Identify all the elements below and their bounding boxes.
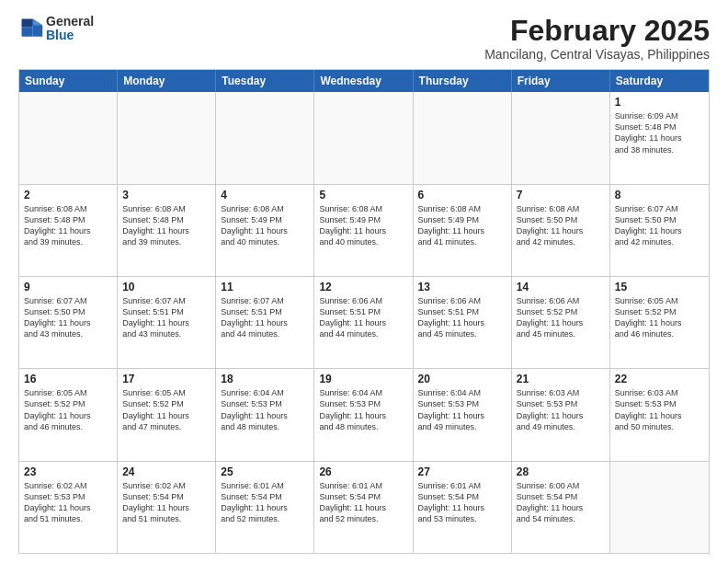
calendar-cell-w1-d5 <box>414 92 512 183</box>
header-wednesday: Wednesday <box>314 70 413 92</box>
svg-rect-2 <box>22 28 33 38</box>
calendar-cell-w2-d6: 7Sunrise: 6:08 AM Sunset: 5:50 PM Daylig… <box>512 185 610 276</box>
calendar-cell-w5-d4: 26Sunrise: 6:01 AM Sunset: 5:54 PM Dayli… <box>314 462 413 553</box>
header-sunday: Sunday <box>19 70 118 92</box>
day-info-22: Sunrise: 6:03 AM Sunset: 5:53 PM Dayligh… <box>615 387 704 432</box>
day-info-24: Sunrise: 6:02 AM Sunset: 5:54 PM Dayligh… <box>122 480 210 525</box>
day-number-13: 13 <box>418 281 506 293</box>
day-number-6: 6 <box>418 189 506 201</box>
logo-general-text: General <box>46 15 94 29</box>
day-info-28: Sunrise: 6:00 AM Sunset: 5:54 PM Dayligh… <box>517 480 605 525</box>
day-number-19: 19 <box>319 373 407 385</box>
calendar-header: Sunday Monday Tuesday Wednesday Thursday… <box>19 70 709 92</box>
day-info-3: Sunrise: 6:08 AM Sunset: 5:48 PM Dayligh… <box>122 203 210 248</box>
day-info-4: Sunrise: 6:08 AM Sunset: 5:49 PM Dayligh… <box>221 203 309 248</box>
day-info-7: Sunrise: 6:08 AM Sunset: 5:50 PM Dayligh… <box>517 203 605 248</box>
day-number-20: 20 <box>418 373 506 385</box>
logo-text: General Blue <box>46 15 94 43</box>
calendar-week-4: 16Sunrise: 6:05 AM Sunset: 5:52 PM Dayli… <box>19 368 709 460</box>
page: General Blue February 2025 Mancilang, Ce… <box>0 0 728 563</box>
calendar-body: 1Sunrise: 6:09 AM Sunset: 5:48 PM Daylig… <box>19 92 709 553</box>
day-number-1: 1 <box>615 96 704 109</box>
calendar-week-1: 1Sunrise: 6:09 AM Sunset: 5:48 PM Daylig… <box>19 92 709 183</box>
day-number-7: 7 <box>517 189 605 201</box>
day-number-11: 11 <box>221 281 309 293</box>
calendar-week-5: 23Sunrise: 6:02 AM Sunset: 5:53 PM Dayli… <box>19 461 709 553</box>
calendar-cell-w2-d1: 2Sunrise: 6:08 AM Sunset: 5:48 PM Daylig… <box>19 185 118 276</box>
day-info-25: Sunrise: 6:01 AM Sunset: 5:54 PM Dayligh… <box>221 480 309 525</box>
day-number-3: 3 <box>122 189 210 201</box>
header-monday: Monday <box>118 70 216 92</box>
day-number-23: 23 <box>24 465 112 478</box>
day-info-26: Sunrise: 6:01 AM Sunset: 5:54 PM Dayligh… <box>319 480 407 525</box>
day-info-10: Sunrise: 6:07 AM Sunset: 5:51 PM Dayligh… <box>122 295 210 340</box>
day-number-12: 12 <box>319 281 407 293</box>
day-info-12: Sunrise: 6:06 AM Sunset: 5:51 PM Dayligh… <box>319 295 407 340</box>
day-info-11: Sunrise: 6:07 AM Sunset: 5:51 PM Dayligh… <box>221 295 309 340</box>
svg-rect-3 <box>22 19 33 28</box>
day-number-8: 8 <box>615 189 704 201</box>
day-info-20: Sunrise: 6:04 AM Sunset: 5:53 PM Dayligh… <box>418 387 506 432</box>
day-info-15: Sunrise: 6:05 AM Sunset: 5:52 PM Dayligh… <box>615 295 704 340</box>
calendar-cell-w1-d2 <box>118 92 216 183</box>
day-info-21: Sunrise: 6:03 AM Sunset: 5:53 PM Dayligh… <box>517 387 605 432</box>
day-info-14: Sunrise: 6:06 AM Sunset: 5:52 PM Dayligh… <box>517 295 605 340</box>
calendar-cell-w1-d3 <box>216 92 314 183</box>
calendar-cell-w4-d4: 19Sunrise: 6:04 AM Sunset: 5:53 PM Dayli… <box>314 369 413 460</box>
calendar-cell-w3-d5: 13Sunrise: 6:06 AM Sunset: 5:51 PM Dayli… <box>414 277 512 368</box>
header-thursday: Thursday <box>414 70 512 92</box>
calendar-cell-w4-d7: 22Sunrise: 6:03 AM Sunset: 5:53 PM Dayli… <box>610 369 709 460</box>
header-friday: Friday <box>512 70 610 92</box>
svg-marker-1 <box>33 19 43 26</box>
header-tuesday: Tuesday <box>216 70 314 92</box>
calendar-title: February 2025 <box>484 15 710 47</box>
calendar-cell-w5-d3: 25Sunrise: 6:01 AM Sunset: 5:54 PM Dayli… <box>216 462 314 553</box>
day-number-27: 27 <box>418 465 506 478</box>
calendar-cell-w3-d2: 10Sunrise: 6:07 AM Sunset: 5:51 PM Dayli… <box>118 277 216 368</box>
day-info-5: Sunrise: 6:08 AM Sunset: 5:49 PM Dayligh… <box>319 203 407 248</box>
day-info-27: Sunrise: 6:01 AM Sunset: 5:54 PM Dayligh… <box>418 480 506 525</box>
day-info-17: Sunrise: 6:05 AM Sunset: 5:52 PM Dayligh… <box>122 387 210 432</box>
logo: General Blue <box>18 15 94 43</box>
day-number-25: 25 <box>221 465 309 478</box>
day-number-4: 4 <box>221 189 309 201</box>
day-number-22: 22 <box>615 373 704 385</box>
calendar-cell-w4-d5: 20Sunrise: 6:04 AM Sunset: 5:53 PM Dayli… <box>414 369 512 460</box>
day-info-23: Sunrise: 6:02 AM Sunset: 5:53 PM Dayligh… <box>24 480 112 525</box>
logo-icon <box>18 16 44 41</box>
calendar-cell-w1-d7: 1Sunrise: 6:09 AM Sunset: 5:48 PM Daylig… <box>610 92 709 183</box>
day-info-18: Sunrise: 6:04 AM Sunset: 5:53 PM Dayligh… <box>221 387 309 432</box>
calendar-cell-w3-d4: 12Sunrise: 6:06 AM Sunset: 5:51 PM Dayli… <box>314 277 413 368</box>
calendar-cell-w1-d4 <box>314 92 413 183</box>
calendar-cell-w4-d1: 16Sunrise: 6:05 AM Sunset: 5:52 PM Dayli… <box>19 369 118 460</box>
day-info-13: Sunrise: 6:06 AM Sunset: 5:51 PM Dayligh… <box>418 295 506 340</box>
calendar: Sunday Monday Tuesday Wednesday Thursday… <box>18 69 710 554</box>
day-info-1: Sunrise: 6:09 AM Sunset: 5:48 PM Dayligh… <box>615 110 704 155</box>
calendar-cell-w2-d5: 6Sunrise: 6:08 AM Sunset: 5:49 PM Daylig… <box>414 185 512 276</box>
day-number-18: 18 <box>221 373 309 385</box>
calendar-cell-w4-d3: 18Sunrise: 6:04 AM Sunset: 5:53 PM Dayli… <box>216 369 314 460</box>
calendar-cell-w5-d1: 23Sunrise: 6:02 AM Sunset: 5:53 PM Dayli… <box>19 462 118 553</box>
calendar-cell-w5-d2: 24Sunrise: 6:02 AM Sunset: 5:54 PM Dayli… <box>118 462 216 553</box>
day-number-26: 26 <box>319 465 407 478</box>
calendar-cell-w3-d6: 14Sunrise: 6:06 AM Sunset: 5:52 PM Dayli… <box>512 277 610 368</box>
day-number-24: 24 <box>122 465 210 478</box>
calendar-cell-w3-d1: 9Sunrise: 6:07 AM Sunset: 5:50 PM Daylig… <box>19 277 118 368</box>
calendar-cell-w4-d2: 17Sunrise: 6:05 AM Sunset: 5:52 PM Dayli… <box>118 369 216 460</box>
day-info-8: Sunrise: 6:07 AM Sunset: 5:50 PM Dayligh… <box>615 203 704 248</box>
header-saturday: Saturday <box>610 70 709 92</box>
day-number-2: 2 <box>24 189 112 201</box>
day-info-16: Sunrise: 6:05 AM Sunset: 5:52 PM Dayligh… <box>24 387 112 432</box>
day-number-17: 17 <box>122 373 210 385</box>
day-number-16: 16 <box>24 373 112 385</box>
calendar-cell-w3-d3: 11Sunrise: 6:07 AM Sunset: 5:51 PM Dayli… <box>216 277 314 368</box>
day-number-15: 15 <box>615 281 704 293</box>
calendar-cell-w2-d7: 8Sunrise: 6:07 AM Sunset: 5:50 PM Daylig… <box>610 185 709 276</box>
calendar-cell-w2-d4: 5Sunrise: 6:08 AM Sunset: 5:49 PM Daylig… <box>314 185 413 276</box>
day-number-21: 21 <box>517 373 605 385</box>
day-info-19: Sunrise: 6:04 AM Sunset: 5:53 PM Dayligh… <box>319 387 407 432</box>
calendar-cell-w1-d1 <box>19 92 118 183</box>
calendar-week-2: 2Sunrise: 6:08 AM Sunset: 5:48 PM Daylig… <box>19 184 709 276</box>
calendar-cell-w2-d2: 3Sunrise: 6:08 AM Sunset: 5:48 PM Daylig… <box>118 185 216 276</box>
calendar-cell-w5-d6: 28Sunrise: 6:00 AM Sunset: 5:54 PM Dayli… <box>512 462 610 553</box>
